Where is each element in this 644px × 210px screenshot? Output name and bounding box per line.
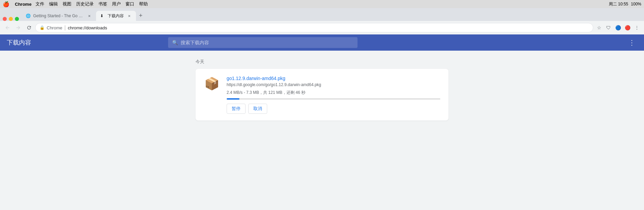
menubar-edit[interactable]: 编辑 — [49, 1, 58, 7]
bookmark-button[interactable]: ☆ — [595, 23, 603, 32]
new-tab-button[interactable]: + — [136, 11, 145, 20]
traffic-light-fullscreen[interactable] — [15, 17, 19, 21]
tab2-title: 下载内容 — [108, 13, 124, 19]
menubar-history[interactable]: 历史记录 — [76, 1, 94, 7]
download-info: go1.12.9.darwin-amd64.pkg https://dl.goo… — [227, 76, 440, 114]
download-status: 2.4 MB/s - 7.3 MB，共 121 MB，还剩 46 秒 — [227, 90, 440, 96]
menubar-view[interactable]: 视图 — [63, 1, 71, 7]
tab-downloads[interactable]: ⬇ 下载内容 ✕ — [96, 11, 136, 21]
downloads-header: 下载内容 🔍 ⋮ — [0, 34, 644, 51]
address-site-name: Chrome — [47, 25, 62, 30]
download-progress-bar — [227, 98, 440, 100]
search-icon: 🔍 — [172, 40, 178, 45]
traffic-light-minimize[interactable] — [9, 17, 13, 21]
page-content: 今天 📦 go1.12.9.darwin-amd64.pkg https://d… — [0, 51, 644, 196]
section-today-title: 今天 — [196, 59, 448, 65]
nav-bar: 🔒 Chrome | chrome://downloads ☆ 🛡 🔵 🔴 ⋮ — [0, 21, 644, 34]
downloads-more-button[interactable]: ⋮ — [626, 37, 637, 48]
menubar-battery: 100% — [631, 2, 641, 6]
nav-right-buttons: ☆ 🛡 🔵 🔴 ⋮ — [595, 23, 641, 32]
tab1-close-button[interactable]: ✕ — [87, 13, 92, 19]
tab1-title: Getting Started - The Go Prog… — [33, 14, 84, 18]
chrome-menu-button[interactable]: ⋮ — [632, 23, 641, 32]
menubar: 🍎 Chrome 文件 编辑 视图 历史记录 书签 用户 窗口 帮助 周二 10… — [0, 0, 644, 8]
download-file-icon: 📦 — [204, 76, 220, 92]
address-separator: | — [64, 25, 66, 31]
menubar-items: 文件 编辑 视图 历史记录 书签 用户 窗口 帮助 — [36, 1, 148, 7]
extension-btn-3[interactable]: 🔴 — [623, 23, 632, 32]
tab1-favicon: 🌐 — [26, 14, 30, 18]
apple-menu[interactable]: 🍎 — [3, 1, 9, 7]
downloads-page-title: 下载内容 — [7, 38, 31, 47]
cancel-button[interactable]: 取消 — [248, 104, 267, 114]
tab2-close-button[interactable]: ✕ — [127, 13, 132, 19]
extension-btn-2[interactable]: 🔵 — [614, 23, 622, 32]
download-actions: 暂停 取消 — [227, 104, 440, 114]
tab-getting-started[interactable]: 🌐 Getting Started - The Go Prog… ✕ — [22, 11, 96, 21]
refresh-button[interactable] — [24, 23, 34, 32]
download-progress-fill — [227, 98, 239, 100]
back-button[interactable] — [3, 23, 12, 32]
downloads-search-input[interactable] — [181, 40, 353, 45]
traffic-lights — [3, 17, 19, 21]
menubar-user[interactable]: 用户 — [112, 1, 121, 7]
download-filename[interactable]: go1.12.9.darwin-amd64.pkg — [227, 76, 440, 81]
extension-btn-1[interactable]: 🛡 — [604, 23, 613, 32]
downloads-container: 今天 📦 go1.12.9.darwin-amd64.pkg https://d… — [190, 59, 454, 121]
address-lock-icon: 🔒 — [40, 25, 45, 30]
traffic-light-close[interactable] — [3, 17, 7, 21]
address-bar[interactable]: 🔒 Chrome | chrome://downloads — [35, 23, 593, 32]
menubar-file[interactable]: 文件 — [36, 1, 44, 7]
download-card: 📦 go1.12.9.darwin-amd64.pkg https://dl.g… — [196, 69, 448, 121]
menubar-help[interactable]: 帮助 — [139, 1, 148, 7]
download-url: https://dl.google.com/go/go1.12.9.darwin… — [227, 82, 440, 87]
pause-button[interactable]: 暂停 — [227, 104, 246, 114]
menubar-time: 周二 10:55 — [609, 1, 628, 7]
menubar-bookmarks[interactable]: 书签 — [98, 1, 107, 7]
tab2-favicon: ⬇ — [100, 14, 105, 18]
address-url-text: chrome://downloads — [68, 25, 107, 30]
downloads-search-wrap: 🔍 — [168, 37, 358, 48]
tab-bar: 🌐 Getting Started - The Go Prog… ✕ ⬇ 下载内… — [0, 8, 644, 21]
menubar-window[interactable]: 窗口 — [125, 1, 134, 7]
menubar-app-name[interactable]: Chrome — [15, 2, 31, 7]
menubar-right: 周二 10:55 100% — [609, 1, 641, 7]
browser-chrome: 🌐 Getting Started - The Go Prog… ✕ ⬇ 下载内… — [0, 8, 644, 34]
forward-button[interactable] — [14, 23, 23, 32]
